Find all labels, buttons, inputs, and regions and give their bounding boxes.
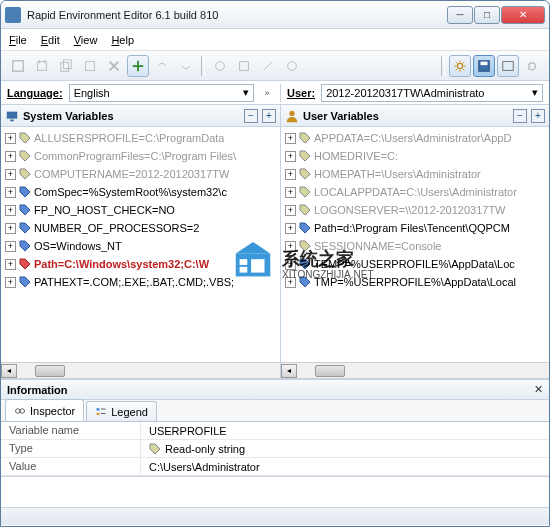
system-tree[interactable]: +ALLUSERSPROFILE=C:\ProgramData+CommonPr…: [1, 127, 280, 362]
svg-rect-1: [61, 62, 69, 71]
expand-icon[interactable]: +: [5, 205, 16, 216]
tree-row[interactable]: +NUMBER_OF_PROCESSORS=2: [1, 219, 280, 237]
expand-icon[interactable]: +: [5, 169, 16, 180]
tab-inspector[interactable]: Inspector: [5, 399, 84, 421]
collapse-button[interactable]: −: [513, 109, 527, 123]
expand-icon[interactable]: +: [285, 169, 296, 180]
toolbar-btn-7[interactable]: [151, 55, 173, 77]
error-tag-icon: [19, 258, 31, 270]
tree-row[interactable]: +ComSpec=%SystemRoot%\system32\c: [1, 183, 280, 201]
horizontal-scrollbar[interactable]: ◂: [1, 362, 280, 378]
tree-row[interactable]: +CommonProgramFiles=C:\Program Files\: [1, 147, 280, 165]
menu-edit[interactable]: Edit: [41, 34, 60, 46]
tag-icon: [19, 276, 31, 288]
expand-icon[interactable]: +: [285, 259, 296, 270]
toolbar-btn-2[interactable]: [31, 55, 53, 77]
readonly-tag-icon: [299, 240, 311, 252]
svg-rect-9: [481, 61, 488, 65]
toolbar-btn-save[interactable]: [473, 55, 495, 77]
info-row-type: Type Read-only string: [1, 440, 549, 458]
scroll-left-icon[interactable]: ◂: [1, 364, 17, 378]
tab-legend[interactable]: Legend: [86, 401, 157, 421]
menu-view[interactable]: View: [74, 34, 98, 46]
toolbar-btn-12[interactable]: [281, 55, 303, 77]
expand-icon[interactable]: +: [5, 241, 16, 252]
expand-icon[interactable]: +: [5, 133, 16, 144]
toolbar-btn-add[interactable]: [127, 55, 149, 77]
readonly-tag-icon: [299, 204, 311, 216]
expand-icon[interactable]: +: [5, 187, 16, 198]
toolbar-btn-4[interactable]: [79, 55, 101, 77]
tree-row[interactable]: +LOCALAPPDATA=C:\Users\Administrator: [281, 183, 549, 201]
status-inner: [1, 507, 549, 525]
expand-icon[interactable]: +: [285, 151, 296, 162]
tree-row[interactable]: +Path=C:\Windows\system32;C:\W: [1, 255, 280, 273]
toolbar-sep-2: [441, 56, 445, 76]
user-select[interactable]: 2012-20120317TW\Administrato ▾: [321, 84, 543, 102]
titlebar: Rapid Environment Editor 6.1 build 810 ─…: [1, 1, 549, 29]
tree-row[interactable]: +ALLUSERSPROFILE=C:\ProgramData: [1, 129, 280, 147]
tree-row[interactable]: +FP_NO_HOST_CHECK=NO: [1, 201, 280, 219]
toolbar-btn-10[interactable]: [233, 55, 255, 77]
tree-row[interactable]: +TMP=%USERPROFILE%\AppData\Local: [281, 273, 549, 291]
tree-row[interactable]: +PATHEXT=.COM;.EXE;.BAT;.CMD;.VBS;: [1, 273, 280, 291]
expand-arrow-icon[interactable]: »: [260, 88, 274, 98]
tree-row-text: ALLUSERSPROFILE=C:\ProgramData: [34, 132, 224, 144]
expand-icon[interactable]: +: [285, 187, 296, 198]
tree-row[interactable]: +HOMEPATH=\Users\Administrator: [281, 165, 549, 183]
svg-point-4: [216, 61, 225, 70]
tree-row[interactable]: +LOGONSERVER=\\2012-20120317TW: [281, 201, 549, 219]
toolbar-btn-14[interactable]: [497, 55, 519, 77]
expand-icon[interactable]: +: [285, 241, 296, 252]
svg-rect-16: [97, 408, 100, 410]
collapse-button[interactable]: −: [244, 109, 258, 123]
toolbar-btn-3[interactable]: [55, 55, 77, 77]
expand-icon[interactable]: +: [5, 259, 16, 270]
expand-icon[interactable]: +: [285, 223, 296, 234]
tree-row[interactable]: +APPDATA=C:\Users\Administrator\AppD: [281, 129, 549, 147]
tree-row[interactable]: +TEMP=%USERPROFILE%\AppData\Loc: [281, 255, 549, 273]
tag-icon: [149, 443, 161, 455]
menu-file[interactable]: File: [9, 34, 27, 46]
varname-label: Variable name: [1, 422, 141, 439]
expand-button[interactable]: +: [531, 109, 545, 123]
expand-icon[interactable]: +: [285, 133, 296, 144]
expand-button[interactable]: +: [262, 109, 276, 123]
expand-icon[interactable]: +: [5, 223, 16, 234]
toolbar-btn-9[interactable]: [209, 55, 231, 77]
horizontal-scrollbar[interactable]: ◂: [281, 362, 549, 378]
toolbar-btn-gear[interactable]: [449, 55, 471, 77]
toolbar-btn-8[interactable]: [175, 55, 197, 77]
system-panel-title: System Variables: [23, 110, 240, 122]
type-value: Read-only string: [141, 440, 549, 457]
maximize-button[interactable]: □: [474, 6, 500, 24]
toolbar-btn-1[interactable]: [7, 55, 29, 77]
expand-icon[interactable]: +: [285, 205, 296, 216]
user-value: 2012-20120317TW\Administrato: [326, 87, 484, 99]
tree-row[interactable]: +COMPUTERNAME=2012-20120317TW: [1, 165, 280, 183]
user-tree[interactable]: +APPDATA=C:\Users\Administrator\AppD+HOM…: [281, 127, 549, 362]
expand-icon[interactable]: +: [5, 151, 16, 162]
tree-row[interactable]: +SESSIONNAME=Console: [281, 237, 549, 255]
svg-point-7: [457, 63, 462, 68]
tree-row[interactable]: +OS=Windows_NT: [1, 237, 280, 255]
scroll-thumb[interactable]: [35, 365, 65, 377]
toolbar-btn-refresh[interactable]: [521, 55, 543, 77]
user-variables-panel: User Variables − + +APPDATA=C:\Users\Adm…: [281, 105, 549, 378]
scroll-left-icon[interactable]: ◂: [281, 364, 297, 378]
tree-row-text: TEMP=%USERPROFILE%\AppData\Loc: [314, 258, 515, 270]
toolbar-btn-delete[interactable]: [103, 55, 125, 77]
tree-row[interactable]: +HOMEDRIVE=C:: [281, 147, 549, 165]
expand-icon[interactable]: +: [5, 277, 16, 288]
scroll-thumb[interactable]: [315, 365, 345, 377]
close-button[interactable]: ✕: [501, 6, 545, 24]
minimize-button[interactable]: ─: [447, 6, 473, 24]
chevron-down-icon: ▾: [243, 86, 249, 99]
tree-row[interactable]: +Path=d:\Program Files\Tencent\QQPCM: [281, 219, 549, 237]
info-close-button[interactable]: ✕: [534, 383, 543, 396]
language-select[interactable]: English ▾: [69, 84, 254, 102]
menu-help[interactable]: Help: [111, 34, 134, 46]
expand-icon[interactable]: +: [285, 277, 296, 288]
toolbar-btn-11[interactable]: [257, 55, 279, 77]
window-controls: ─ □ ✕: [447, 6, 545, 24]
